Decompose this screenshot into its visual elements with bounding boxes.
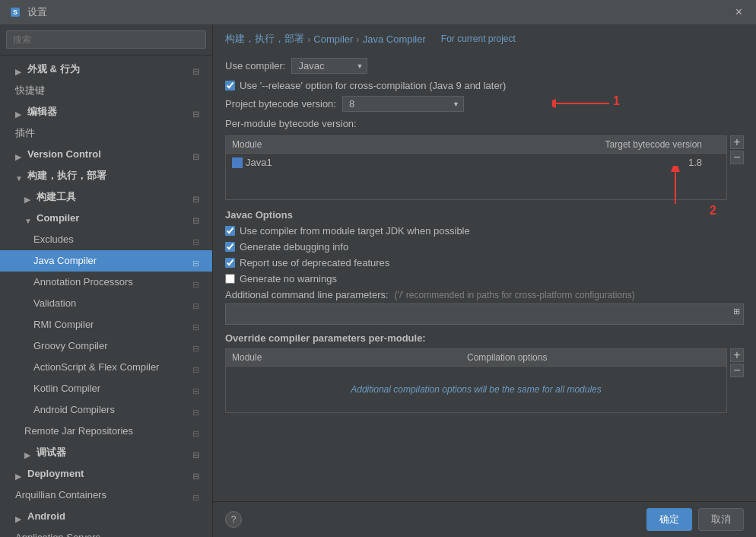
page-icon: ⊟ — [192, 319, 203, 330]
sidebar-item-annotation-processors[interactable]: Annotation Processors ⊟ — [0, 272, 212, 293]
sidebar-item-java-compiler[interactable]: Java Compiler ⊟ — [0, 250, 212, 272]
sidebar-item-kotlin[interactable]: Kotlin Compiler ⊟ — [0, 378, 212, 399]
bytecode-version-label: Project bytecode version: — [225, 98, 336, 110]
nav-list: ▶ 外观 & 行为 ⊟ 快捷键 ▶ 编辑器 ⊟ 插件 ▶ Versi — [0, 56, 212, 537]
sidebar-item-compiler[interactable]: ▼ Compiler ⊟ — [0, 208, 212, 229]
sidebar-item-groovy-compiler[interactable]: Groovy Compiler ⊟ — [0, 335, 212, 357]
additional-params-input[interactable] — [225, 303, 744, 325]
remove-override-button[interactable]: − — [730, 364, 744, 377]
compiler-select[interactable]: Javac — [291, 58, 367, 74]
use-module-jdk-checkbox[interactable] — [225, 226, 235, 236]
use-module-jdk-row: Use compiler from module target JDK when… — [225, 225, 744, 237]
expand-params-button[interactable]: ⊞ — [730, 305, 742, 317]
page-icon: ⊟ — [192, 192, 203, 202]
page-icon: ⊟ — [192, 362, 203, 373]
use-compiler-row: Use compiler: Javac — [225, 58, 744, 74]
page-icon: ⊟ — [192, 405, 203, 415]
sidebar-item-remote-jar[interactable]: Remote Jar Repositories ⊟ — [0, 421, 212, 442]
override-empty-message: Additional compilation options will be t… — [351, 384, 602, 395]
sidebar-item-label: Excludes — [33, 232, 74, 247]
sidebar-item-label: RMI Compiler — [33, 317, 94, 332]
page-icon: ⊟ — [192, 298, 203, 309]
module-version: 1.8 — [599, 157, 720, 168]
col-module-header: Module — [232, 139, 599, 150]
breadcrumb-sep2: › — [356, 33, 359, 45]
compiler-select-wrapper: Javac — [291, 58, 367, 74]
expand-icon: ▶ — [15, 512, 24, 521]
expand-icon: ▼ — [15, 171, 24, 180]
bytecode-version-row: Project bytecode version: 8 — [225, 96, 744, 112]
deprecated-checkbox[interactable] — [225, 258, 235, 268]
page-icon: ⊟ — [192, 256, 203, 266]
annotation-label-1: 1 — [613, 94, 620, 108]
per-module-row: Per-module bytecode version: — [225, 118, 744, 129]
sidebar-item-rmi-compiler[interactable]: RMI Compiler ⊟ — [0, 314, 212, 335]
sidebar-item-label: 快捷键 — [15, 83, 45, 98]
sidebar-item-label: Validation — [33, 296, 76, 311]
page-icon: ⊟ — [192, 106, 203, 117]
sidebar-item-arquillian[interactable]: Arquillian Containers ⊟ — [0, 485, 212, 506]
sidebar-item-label: Arquillian Containers — [15, 488, 106, 503]
page-icon: ⊟ — [192, 469, 203, 479]
add-module-button[interactable]: + — [730, 135, 744, 149]
col-version-header: Target bytecode version — [599, 139, 720, 150]
table-action-buttons: + − — [730, 135, 744, 164]
debug-info-label: Generate debugging info — [240, 241, 348, 253]
ok-button[interactable]: 确定 — [646, 508, 692, 531]
sidebar-item-android[interactable]: ▶ Android — [0, 506, 212, 527]
release-option-checkbox[interactable] — [225, 81, 235, 91]
sidebar-item-deployment[interactable]: ▶ Deployment ⊟ — [0, 463, 212, 485]
sidebar-item-label: Application Servers — [15, 530, 100, 537]
sidebar-item-editor[interactable]: ▶ 编辑器 ⊟ — [0, 101, 212, 122]
sidebar-item-label: 构建，执行，部署 — [27, 168, 106, 183]
additional-params-hint: ('/' recommended in paths for cross-plat… — [395, 290, 635, 300]
sidebar-item-app-servers[interactable]: Application Servers ⊟ — [0, 527, 212, 537]
sidebar-item-plugins[interactable]: 插件 — [0, 122, 212, 144]
sidebar-item-validation[interactable]: Validation ⊟ — [0, 293, 212, 314]
bottom-bar: ? 确定 取消 — [213, 501, 756, 537]
table-header: Module Target bytecode version — [226, 136, 726, 154]
page-icon: ⊟ — [192, 213, 203, 224]
page-icon: ⊟ — [192, 341, 203, 351]
sidebar-item-label: Remote Jar Repositories — [24, 424, 133, 439]
bytecode-version-select[interactable]: 8 — [342, 96, 464, 112]
use-compiler-label: Use compiler: — [225, 60, 285, 71]
page-icon: ⊟ — [192, 447, 203, 458]
add-override-button[interactable]: + — [730, 348, 744, 362]
sidebar-item-debugger[interactable]: ▶ 调试器 ⊟ — [0, 442, 212, 463]
deprecated-label: Report use of deprecated features — [240, 257, 389, 268]
sidebar-item-actionscript[interactable]: ActionScript & Flex Compiler ⊟ — [0, 357, 212, 378]
module-table-section: Module Target bytecode version Java1 1.8 — [225, 135, 744, 200]
dialog-title: 设置 — [27, 5, 731, 19]
sidebar-item-label: Deployment — [27, 466, 84, 481]
close-button[interactable]: × — [731, 4, 747, 21]
cancel-button[interactable]: 取消 — [698, 508, 744, 531]
sidebar-item-android-compilers[interactable]: Android Compilers ⊟ — [0, 399, 212, 421]
override-section-label: Override compiler parameters per-module: — [225, 332, 744, 344]
sidebar-item-label: Kotlin Compiler — [33, 381, 100, 396]
project-link[interactable]: For current project — [441, 33, 516, 44]
sidebar-item-keymap[interactable]: 快捷键 — [0, 80, 212, 101]
sidebar-item-label: Annotation Processors — [33, 275, 133, 290]
annotation-arrow-1 — [552, 93, 613, 116]
sidebar-item-build-tools[interactable]: ▶ 构建工具 ⊟ — [0, 186, 212, 208]
sidebar-item-excludes[interactable]: Excludes ⊟ — [0, 229, 212, 250]
no-warnings-checkbox[interactable] — [225, 274, 235, 284]
search-input[interactable] — [6, 30, 206, 49]
breadcrumb-sep1: › — [307, 33, 310, 45]
bytecode-version-section: Project bytecode version: 8 — [225, 96, 744, 112]
remove-module-button[interactable]: − — [730, 151, 744, 164]
sidebar-item-label: 外观 & 行为 — [27, 62, 80, 77]
sidebar-item-build[interactable]: ▼ 构建，执行，部署 — [0, 165, 212, 186]
per-module-label: Per-module bytecode version: — [225, 118, 357, 129]
expand-icon: ▶ — [15, 65, 24, 74]
table-row[interactable]: Java1 1.8 — [226, 154, 726, 171]
no-warnings-label: Generate no warnings — [240, 273, 337, 284]
sidebar-item-appearance[interactable]: ▶ 外观 & 行为 ⊟ — [0, 59, 212, 80]
help-button[interactable]: ? — [225, 511, 242, 528]
debug-info-checkbox[interactable] — [225, 242, 235, 252]
release-option-label: Use '--release' option for cross-compila… — [240, 80, 506, 91]
table-body: Java1 1.8 — [226, 154, 726, 199]
sidebar-item-vcs[interactable]: ▶ Version Control ⊟ — [0, 144, 212, 165]
panel-content: Use compiler: Javac Use '--release' opti… — [213, 52, 756, 501]
